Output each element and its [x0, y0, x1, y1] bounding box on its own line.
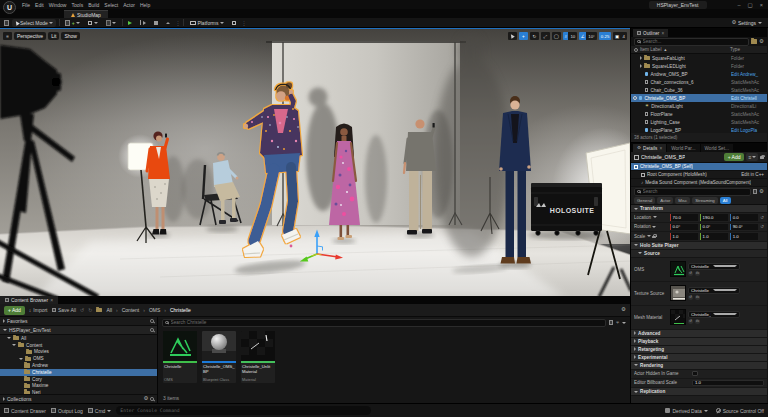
- select-tool-icon[interactable]: [508, 32, 517, 40]
- section-playback[interactable]: Playback: [631, 338, 767, 346]
- section-transform[interactable]: Transform: [631, 205, 767, 213]
- move-tool-icon[interactable]: +: [519, 32, 528, 40]
- location-x-field[interactable]: 70.0: [670, 214, 698, 221]
- section-source[interactable]: Source: [631, 250, 767, 258]
- cb-save-all-button[interactable]: Save All: [52, 307, 77, 313]
- reset-location-icon[interactable]: ↺: [760, 215, 764, 220]
- rotation-snap-control[interactable]: ∠ 10°: [579, 32, 597, 40]
- tree-item-maxime[interactable]: Maxime: [0, 383, 157, 390]
- actor-hidden-checkbox[interactable]: [692, 371, 698, 377]
- use-selected-icon[interactable]: ↺: [688, 271, 693, 276]
- component-row-media-sound[interactable]: ♪ Media Sound Component (MediaSoundCompo…: [631, 179, 767, 187]
- tab-details[interactable]: ⚙Details×: [633, 144, 666, 152]
- tree-item-christelle[interactable]: Christelle: [0, 369, 157, 376]
- tree-item-oms[interactable]: OMS: [0, 355, 157, 362]
- perspective-dropdown[interactable]: Perspective: [14, 32, 46, 40]
- viewport-3d[interactable]: HOLOSUITE: [0, 28, 630, 296]
- tree-item-content[interactable]: Content: [0, 342, 157, 349]
- add-actor-dropdown[interactable]: +: [63, 19, 83, 27]
- world-space-icon[interactable]: ◯: [552, 32, 561, 40]
- visibility-eye-icon[interactable]: [633, 96, 637, 100]
- tree-search-icon[interactable]: [150, 328, 154, 332]
- filter-icon[interactable]: ⫧: [616, 319, 619, 326]
- chip-general[interactable]: General: [634, 197, 655, 204]
- show-dropdown[interactable]: Show: [61, 32, 80, 40]
- location-z-field[interactable]: 0.0: [730, 214, 758, 221]
- browse-to-icon[interactable]: 🗀: [695, 295, 700, 300]
- tree-item-movies[interactable]: Movies: [0, 349, 157, 356]
- outliner-row-directionallight[interactable]: ☀DirectionalLightDirectionalLi: [631, 102, 767, 110]
- menu-actor[interactable]: Actor: [123, 2, 135, 8]
- browse-to-icon[interactable]: 🗀: [695, 271, 700, 276]
- scale-x-field[interactable]: 1.0: [670, 233, 698, 240]
- location-y-field[interactable]: 190.0: [700, 214, 728, 221]
- menu-tools[interactable]: Tools: [71, 2, 83, 8]
- oms-dropdown[interactable]: Christelle: [688, 263, 740, 270]
- source-control-button[interactable]: Source Control Off: [716, 408, 764, 414]
- derived-data-button[interactable]: Derived Data: [665, 408, 707, 414]
- tab-world-partition[interactable]: World Par...: [667, 144, 699, 152]
- breadcrumb-oms[interactable]: OMS: [149, 307, 160, 313]
- scale-lock-icon[interactable]: [652, 236, 656, 239]
- outliner-row-christelle[interactable]: Christelle_OMS_BPEdit Christell: [631, 94, 767, 102]
- menu-help[interactable]: Help: [140, 2, 150, 8]
- add-component-button[interactable]: +Add: [724, 153, 745, 161]
- menu-file[interactable]: File: [22, 2, 30, 8]
- material-thumb[interactable]: [670, 309, 686, 325]
- cb-add-button[interactable]: +Add: [4, 306, 25, 315]
- minimize-button[interactable]: –: [738, 2, 741, 8]
- close-button[interactable]: ×: [760, 2, 763, 8]
- outliner-row-floorplane[interactable]: FloorPlaneStaticMeshAc: [631, 110, 767, 118]
- texture-source-dropdown[interactable]: Christelle: [688, 287, 740, 294]
- collections-label[interactable]: Collections: [7, 396, 31, 402]
- details-search-input[interactable]: [643, 189, 748, 194]
- rotate-tool-icon[interactable]: ↻: [530, 32, 539, 40]
- asset-tile-blueprint[interactable]: Christelle_OMS_BP Blueprint Class: [202, 331, 236, 383]
- scale-y-field[interactable]: 1.0: [700, 233, 728, 240]
- browse-to-icon[interactable]: 🗀: [695, 319, 700, 324]
- project-root-label[interactable]: HSPlayer_EnvTest: [9, 327, 51, 333]
- blueprints-dropdown[interactable]: [86, 19, 101, 27]
- play-button[interactable]: [126, 19, 135, 27]
- asset-tile-oms[interactable]: Christelle OMS: [163, 331, 197, 383]
- section-advanced[interactable]: Advanced: [631, 330, 767, 338]
- outliner-row-lighting-case[interactable]: Lighting_CaseStaticMeshAc: [631, 118, 767, 126]
- content-drawer-button[interactable]: Content Drawer: [4, 408, 46, 414]
- details-search[interactable]: [634, 188, 751, 196]
- section-replication[interactable]: Replication: [631, 388, 767, 396]
- rotation-z-field[interactable]: 90.0°: [730, 224, 758, 231]
- blueprint-edit-button[interactable]: ≡: [746, 153, 758, 161]
- favorites-search-icon[interactable]: [150, 319, 154, 323]
- section-retargeting[interactable]: Retargeting: [631, 346, 767, 354]
- section-experimental[interactable]: Experimental: [631, 354, 767, 362]
- menu-build[interactable]: Build: [88, 2, 99, 8]
- outliner-row-logoplane[interactable]: LogoPlane_BPEdit LogoPla: [631, 126, 767, 133]
- outliner-row-chair-connections[interactable]: Chair_connections_6StaticMeshAc: [631, 78, 767, 86]
- outliner-row-chair-cube[interactable]: Chair_Cube_36StaticMeshAc: [631, 86, 767, 94]
- grid-snap-control[interactable]: # 10: [563, 32, 577, 40]
- scale-z-field[interactable]: 1.0: [730, 233, 758, 240]
- eject-button[interactable]: [163, 19, 172, 27]
- mesh-material-dropdown[interactable]: Christelle_Unlit: [688, 311, 740, 318]
- tree-item-cory[interactable]: Cory: [0, 376, 157, 383]
- outliner-row-squareledlight[interactable]: SquareLEDLightFolder: [631, 62, 767, 70]
- outliner-header[interactable]: Item Label▲ Type: [631, 46, 767, 54]
- platforms-dropdown[interactable]: Platforms: [187, 19, 226, 27]
- cinematics-dropdown[interactable]: [103, 19, 119, 27]
- history-back-icon[interactable]: ↺: [80, 307, 84, 313]
- chip-streaming[interactable]: Streaming: [692, 197, 718, 204]
- rotation-x-field[interactable]: 0.0°: [670, 224, 698, 231]
- output-log-button[interactable]: Output Log: [51, 408, 83, 414]
- maximize-button[interactable]: ▢: [748, 2, 753, 8]
- reset-rotation-icon[interactable]: ↺: [760, 224, 764, 229]
- settings-dropdown[interactable]: ⚙ Settings: [729, 19, 764, 27]
- use-selected-icon[interactable]: ↺: [688, 295, 693, 300]
- asset-search[interactable]: [162, 319, 606, 327]
- history-forward-icon[interactable]: ↻: [88, 307, 92, 313]
- platforms-kebab[interactable]: ⋮: [242, 20, 247, 26]
- tree-item-andrew[interactable]: Andrew: [0, 362, 157, 369]
- section-holo-suite-player[interactable]: Holo Suite Player: [631, 242, 767, 250]
- billboard-scale-field[interactable]: 1.0: [692, 380, 764, 387]
- outliner-row-andrew[interactable]: Andrew_OMS_BPEdit Andrew_: [631, 70, 767, 78]
- tab-outliner[interactable]: Outliner×: [633, 29, 668, 37]
